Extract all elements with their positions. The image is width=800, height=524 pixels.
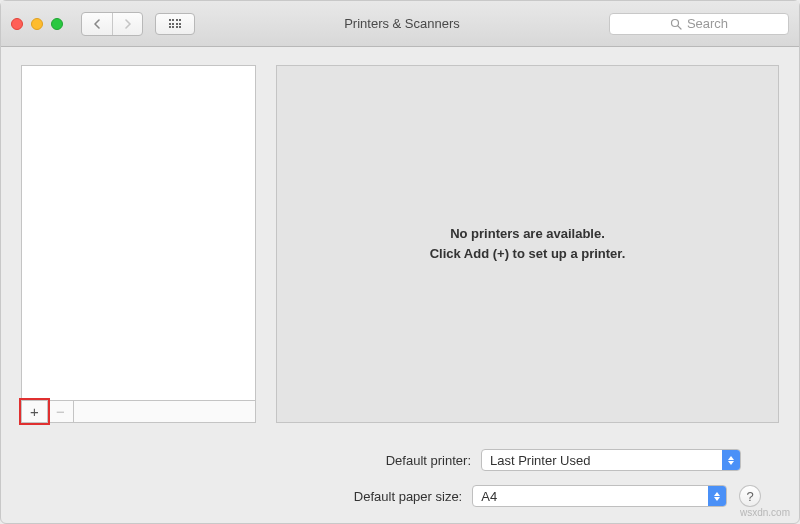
options-area: Default printer: Last Printer Used Defau…	[21, 449, 779, 507]
titlebar: Printers & Scanners Search	[1, 1, 799, 47]
select-arrows-icon	[722, 450, 740, 470]
minus-icon: −	[56, 403, 65, 420]
search-placeholder: Search	[687, 16, 728, 31]
default-printer-select[interactable]: Last Printer Used	[481, 449, 741, 471]
chevron-right-icon	[123, 19, 132, 29]
default-paper-size-row: Default paper size: A4 ?	[21, 485, 761, 507]
svg-line-1	[678, 25, 681, 28]
minimize-window-button[interactable]	[31, 18, 43, 30]
select-arrows-icon	[708, 486, 726, 506]
help-icon: ?	[747, 489, 754, 504]
printer-detail-pane: No printers are available. Click Add (+)…	[276, 65, 779, 423]
content-area: + − No printers are available. Click Add…	[1, 47, 799, 523]
footer-spacer	[74, 401, 255, 422]
forward-button[interactable]	[112, 13, 142, 35]
empty-state-line2: Click Add (+) to set up a printer.	[430, 246, 626, 261]
printer-list-footer: + −	[21, 401, 256, 423]
panes: + − No printers are available. Click Add…	[21, 65, 779, 423]
window-title: Printers & Scanners	[203, 16, 601, 31]
search-field[interactable]: Search	[609, 13, 789, 35]
window-controls	[11, 18, 63, 30]
show-all-prefs-button[interactable]	[155, 13, 195, 35]
help-button[interactable]: ?	[739, 485, 761, 507]
printer-list[interactable]	[21, 65, 256, 401]
grid-icon	[169, 19, 182, 28]
chevron-left-icon	[93, 19, 102, 29]
add-printer-button[interactable]: +	[22, 401, 48, 422]
nav-buttons	[81, 12, 143, 36]
remove-printer-button: −	[48, 401, 74, 422]
empty-state-message: No printers are available. Click Add (+)…	[430, 224, 626, 264]
search-icon	[670, 18, 682, 30]
preferences-window: Printers & Scanners Search + −	[0, 0, 800, 524]
default-printer-value: Last Printer Used	[490, 453, 590, 468]
default-paper-size-value: A4	[481, 489, 497, 504]
printer-list-pane: + −	[21, 65, 256, 423]
zoom-window-button[interactable]	[51, 18, 63, 30]
back-button[interactable]	[82, 13, 112, 35]
close-window-button[interactable]	[11, 18, 23, 30]
default-paper-size-label: Default paper size:	[21, 489, 472, 504]
empty-state-line1: No printers are available.	[450, 226, 605, 241]
plus-icon: +	[30, 403, 39, 420]
default-printer-label: Default printer:	[21, 453, 481, 468]
default-paper-size-select[interactable]: A4	[472, 485, 727, 507]
default-printer-row: Default printer: Last Printer Used	[21, 449, 761, 471]
watermark: wsxdn.com	[740, 507, 790, 518]
